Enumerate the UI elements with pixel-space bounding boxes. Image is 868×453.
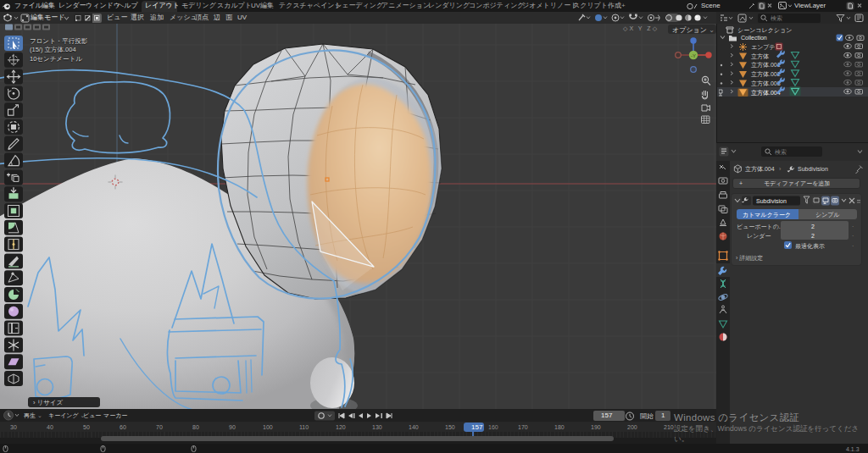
svg-text:-Y: -Y: [691, 53, 696, 58]
